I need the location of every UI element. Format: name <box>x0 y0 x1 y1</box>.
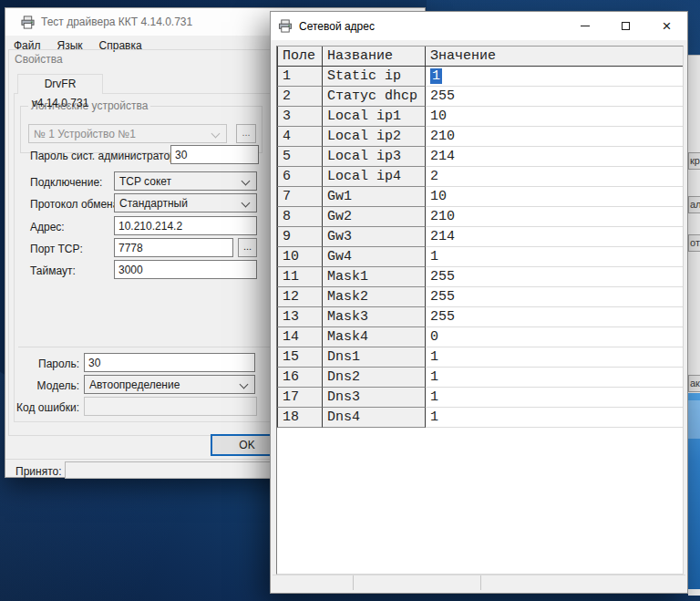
background-button-fragment[interactable]: кре <box>688 152 700 170</box>
cell-field[interactable]: 18 <box>277 408 323 428</box>
cell-field[interactable]: 9 <box>277 227 323 247</box>
cell-name[interactable]: Mask2 <box>323 287 426 307</box>
cell-name[interactable]: Local ip4 <box>323 167 426 187</box>
column-header-name[interactable]: Название <box>323 47 426 67</box>
table-row[interactable]: 9Gw3214 <box>277 227 683 247</box>
cell-name[interactable]: Gw3 <box>323 227 426 247</box>
connection-select[interactable]: TCP сокет <box>114 171 257 191</box>
cell-field[interactable]: 16 <box>277 368 323 388</box>
cell-name[interactable]: Gw2 <box>323 207 426 227</box>
table-row[interactable]: 3Local ip110 <box>277 107 683 127</box>
cell-field[interactable]: 3 <box>277 107 323 127</box>
device-browse-button[interactable]: ... <box>236 124 256 143</box>
cell-value[interactable]: 0 <box>426 327 683 347</box>
main-window-title: Тест драйвера ККТ 4.14.0.731 <box>41 16 192 28</box>
model-select[interactable]: Автоопределение <box>84 375 255 394</box>
cell-field[interactable]: 2 <box>277 87 323 107</box>
cell-value[interactable]: 255 <box>426 287 683 307</box>
cell-value[interactable]: 10 <box>426 187 683 207</box>
cell-field[interactable]: 7 <box>277 187 323 207</box>
cell-value[interactable]: 1 <box>426 347 683 368</box>
password-input[interactable] <box>84 353 255 372</box>
cell-field[interactable]: 6 <box>277 167 323 187</box>
cell-field[interactable]: 15 <box>277 347 323 368</box>
cell-name[interactable]: Dns3 <box>323 388 426 408</box>
background-button-fragment[interactable]: от/ <box>688 234 700 252</box>
table-row[interactable]: 18Dns41 <box>277 408 683 428</box>
admin-password-input[interactable] <box>170 145 259 164</box>
background-blue-highlight <box>688 400 700 439</box>
close-button[interactable]: × <box>646 12 687 40</box>
table-row[interactable]: 5Local ip3214 <box>277 147 683 167</box>
table-row[interactable]: 11Mask1255 <box>277 267 683 287</box>
tab-drvfr[interactable]: DrvFR v4.14.0.731 <box>17 74 103 94</box>
cell-name[interactable]: Dns1 <box>323 347 426 368</box>
cell-field[interactable]: 8 <box>277 207 323 227</box>
tcp-port-browse-button[interactable]: ... <box>238 238 257 257</box>
dialog-titlebar[interactable]: Сетевой адрес × <box>271 12 687 40</box>
table-row[interactable]: 2Статус dhcp255 <box>277 87 683 107</box>
table-row[interactable]: 15Dns11 <box>277 347 683 368</box>
table-row[interactable]: 14Mask40 <box>277 327 683 347</box>
tcp-port-input[interactable] <box>114 238 233 257</box>
cell-field[interactable]: 13 <box>277 307 323 327</box>
cell-name[interactable]: Gw1 <box>323 187 426 207</box>
table-row[interactable]: 8Gw2210 <box>277 207 683 227</box>
maximize-button[interactable] <box>605 12 646 40</box>
cell-name[interactable]: Gw4 <box>323 247 426 267</box>
table-row[interactable]: 1Static ip1 <box>277 67 683 87</box>
background-button-fragment[interactable]: али <box>688 196 700 213</box>
table-row[interactable]: 4Local ip2210 <box>277 127 683 147</box>
cell-value[interactable]: 255 <box>426 267 683 287</box>
cell-value[interactable]: 1 <box>426 408 683 428</box>
cell-name[interactable]: Dns4 <box>323 408 426 428</box>
cell-name[interactable]: Local ip1 <box>323 107 426 127</box>
cell-value[interactable]: 255 <box>426 87 683 107</box>
cell-field[interactable]: 4 <box>277 127 323 147</box>
maximize-icon <box>622 22 630 30</box>
cell-name[interactable]: Local ip2 <box>323 127 426 147</box>
table-row[interactable]: 12Mask2255 <box>277 287 683 307</box>
column-header-field[interactable]: Поле <box>277 47 323 67</box>
cell-value[interactable]: 1 <box>426 247 683 267</box>
cell-name[interactable]: Mask3 <box>323 307 426 327</box>
cell-value[interactable]: 214 <box>426 227 683 247</box>
address-input[interactable] <box>114 216 257 235</box>
cell-field[interactable]: 12 <box>277 287 323 307</box>
cell-name[interactable]: Mask4 <box>323 327 426 347</box>
table-row[interactable]: 13Mask3255 <box>277 307 683 327</box>
table-row[interactable]: 6Local ip42 <box>277 167 683 187</box>
cell-value[interactable]: 1 <box>426 368 683 388</box>
minimize-button[interactable] <box>564 12 605 40</box>
table-row[interactable]: 10Gw41 <box>277 247 683 267</box>
cell-field[interactable]: 10 <box>277 247 323 267</box>
cell-field[interactable]: 1 <box>277 67 323 87</box>
cell-value[interactable]: 214 <box>426 147 683 167</box>
cell-value[interactable]: 255 <box>426 307 683 327</box>
cell-name[interactable]: Dns2 <box>323 368 426 388</box>
cell-value[interactable]: 1 <box>426 67 683 87</box>
cell-name[interactable]: Mask1 <box>323 267 426 287</box>
cell-value[interactable]: 2 <box>426 167 683 187</box>
cell-value[interactable]: 10 <box>426 107 683 127</box>
table-row[interactable]: 7Gw110 <box>277 187 683 207</box>
cell-field[interactable]: 17 <box>277 388 323 408</box>
column-header-value[interactable]: Значение <box>426 47 683 67</box>
cell-field[interactable]: 11 <box>277 267 323 287</box>
cell-value[interactable]: 1 <box>426 388 683 408</box>
cell-field[interactable]: 5 <box>277 147 323 167</box>
table-header: Поле Название Значение <box>277 47 683 67</box>
protocol-select[interactable]: Стандартный <box>114 193 257 212</box>
cell-value[interactable]: 210 <box>426 127 683 147</box>
background-button-fragment[interactable]: акр <box>688 375 700 392</box>
table-row[interactable]: 16Dns21 <box>277 368 683 388</box>
cell-name[interactable]: Local ip3 <box>323 147 426 167</box>
cell-name[interactable]: Статус dhcp <box>323 87 426 107</box>
close-icon: × <box>663 18 672 34</box>
table-row[interactable]: 17Dns31 <box>277 388 683 408</box>
timeout-input[interactable] <box>114 260 257 279</box>
cell-name[interactable]: Static ip <box>323 67 426 87</box>
cell-value[interactable]: 210 <box>426 207 683 227</box>
statusbar-panel <box>481 575 685 590</box>
cell-field[interactable]: 14 <box>277 327 323 347</box>
